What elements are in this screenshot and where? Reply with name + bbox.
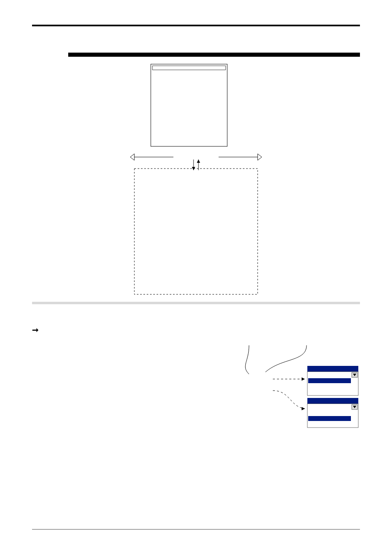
page-content: ➞ bbox=[32, 45, 360, 432]
svg-rect-0 bbox=[151, 64, 227, 146]
svg-rect-10 bbox=[134, 169, 258, 294]
section-number bbox=[32, 53, 68, 57]
mbdata-diagram bbox=[32, 62, 360, 296]
svg-marker-3 bbox=[130, 154, 134, 160]
svg-rect-19 bbox=[307, 398, 358, 404]
svg-rect-15 bbox=[307, 372, 358, 395]
svg-rect-23 bbox=[308, 416, 351, 421]
svg-rect-18 bbox=[308, 378, 351, 383]
svg-marker-4 bbox=[258, 154, 262, 160]
page-header bbox=[32, 24, 360, 26]
svg-marker-9 bbox=[197, 160, 200, 163]
svg-marker-12 bbox=[302, 377, 305, 381]
svg-rect-1 bbox=[152, 66, 226, 70]
svg-rect-14 bbox=[307, 366, 358, 372]
section-title bbox=[68, 53, 360, 57]
page-footer bbox=[32, 529, 360, 533]
arrow-icon: ➞ bbox=[32, 326, 39, 334]
general-additional-info bbox=[32, 342, 209, 361]
general-p3: ➞ bbox=[32, 325, 209, 335]
svg-marker-13 bbox=[302, 407, 305, 410]
svg-rect-5 bbox=[173, 151, 219, 160]
general-heading bbox=[32, 302, 360, 304]
general-body: ➞ bbox=[32, 308, 209, 432]
side-figure bbox=[218, 308, 360, 432]
svg-rect-20 bbox=[307, 404, 358, 428]
section-header bbox=[32, 53, 360, 57]
